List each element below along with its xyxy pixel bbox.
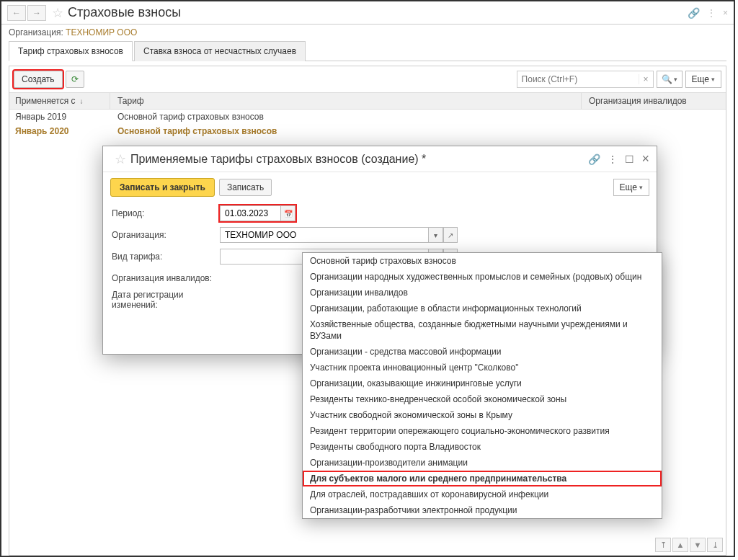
table-row[interactable]: Январь 2019 Основной тариф страховых взн… bbox=[9, 110, 726, 124]
cell-tariff: Основной тариф страховых взносов bbox=[110, 110, 582, 124]
cell-date: Январь 2020 bbox=[9, 124, 110, 138]
dropdown-item[interactable]: Резиденты свободного порта Владивосток bbox=[303, 439, 662, 455]
org-label: Организация: bbox=[9, 27, 63, 37]
col-tariff[interactable]: Тариф bbox=[110, 93, 582, 109]
dropdown-item[interactable]: Участник свободной экономической зоны в … bbox=[303, 407, 662, 423]
nav-forward-button[interactable]: → bbox=[27, 5, 46, 21]
grid-header: Применяется с ↓ Тариф Организация инвали… bbox=[9, 92, 726, 110]
scroll-up-icon[interactable]: ▲ bbox=[672, 538, 688, 552]
search-button[interactable]: 🔍▾ bbox=[657, 71, 683, 88]
period-input[interactable] bbox=[220, 205, 281, 221]
dropdown-item[interactable]: Основной тариф страховых взносов bbox=[303, 253, 662, 269]
reg-date-label: Дата регистрации изменений: bbox=[112, 290, 227, 310]
org-value[interactable]: ТЕХНОМИР ООО bbox=[66, 27, 137, 37]
dropdown-icon[interactable]: ▾ bbox=[429, 227, 443, 243]
org-label: Организация: bbox=[112, 230, 220, 240]
search-clear-icon[interactable]: × bbox=[639, 74, 653, 84]
toolbar: Создать ⟳ × 🔍▾ Еще▾ bbox=[9, 66, 726, 92]
refresh-icon: ⟳ bbox=[71, 74, 79, 84]
more-label: Еще bbox=[692, 74, 709, 84]
dropdown-item[interactable]: Организации, зарегистрированные на Курил… bbox=[303, 518, 662, 519]
link-icon[interactable]: 🔗 bbox=[588, 154, 600, 165]
dropdown-item[interactable]: Для субъектов малого или среднего предпр… bbox=[303, 471, 662, 486]
period-input-group: 📅 bbox=[220, 205, 295, 221]
chevron-down-icon: ▾ bbox=[711, 76, 715, 83]
table-row[interactable]: Январь 2020 Основной тариф страховых взн… bbox=[9, 124, 726, 138]
save-button[interactable]: Записать bbox=[219, 179, 272, 196]
cell-org-inv bbox=[582, 110, 726, 124]
org-row: Организация: ТЕХНОМИР ООО bbox=[1, 25, 734, 40]
kebab-icon[interactable]: ⋮ bbox=[707, 8, 716, 18]
dropdown-item[interactable]: Резидент территории опережающего социаль… bbox=[303, 423, 662, 439]
search-box[interactable]: × bbox=[517, 71, 654, 88]
tab-tariff[interactable]: Тариф страховых взносов bbox=[9, 41, 133, 61]
org-input[interactable] bbox=[220, 227, 429, 243]
dialog-header: ☆ Применяемые тарифы страховых взносов (… bbox=[103, 146, 657, 172]
dropdown-item[interactable]: Участник проекта инновационный центр "Ск… bbox=[303, 360, 662, 375]
dropdown-item[interactable]: Организации - средства массовой информац… bbox=[303, 344, 662, 360]
create-button[interactable]: Создать bbox=[14, 71, 63, 88]
cell-org-inv bbox=[582, 124, 726, 138]
chevron-down-icon: ▾ bbox=[674, 76, 677, 83]
create-dialog: ☆ Применяемые тарифы страховых взносов (… bbox=[102, 146, 657, 355]
dropdown-item[interactable]: Резиденты технико-внедренческой особой э… bbox=[303, 391, 662, 407]
favorite-star-icon[interactable]: ☆ bbox=[52, 5, 63, 21]
period-label: Период: bbox=[112, 208, 220, 218]
org-invalids-label: Организация инвалидов: bbox=[112, 273, 220, 283]
topbar: ← → ☆ Страховые взносы 🔗 ⋮ × bbox=[1, 1, 734, 25]
chevron-down-icon: ▾ bbox=[639, 184, 643, 191]
tab-accident-rate[interactable]: Ставка взноса от несчастных случаев bbox=[134, 41, 306, 61]
kebab-icon[interactable]: ⋮ bbox=[608, 154, 618, 165]
dialog-title: Применяемые тарифы страховых взносов (со… bbox=[130, 153, 426, 166]
dropdown-item[interactable]: Организации-производители анимации bbox=[303, 455, 662, 471]
maximize-icon[interactable]: ☐ bbox=[625, 154, 634, 165]
dropdown-item[interactable]: Организации, оказывающие инжиниринговые … bbox=[303, 375, 662, 391]
refresh-button[interactable]: ⟳ bbox=[66, 71, 84, 88]
close-page-icon[interactable]: × bbox=[723, 8, 728, 18]
page-title: Страховые взносы bbox=[68, 5, 181, 20]
more-button[interactable]: Еще▾ bbox=[685, 71, 721, 88]
dropdown-item[interactable]: Хозяйственные общества, созданные бюджет… bbox=[303, 316, 662, 344]
col-applied-from[interactable]: Применяется с ↓ bbox=[9, 93, 110, 109]
sort-down-icon: ↓ bbox=[80, 97, 84, 105]
org-input-group: ▾ ↗ bbox=[220, 227, 458, 243]
cell-date: Январь 2019 bbox=[9, 110, 110, 124]
favorite-star-icon[interactable]: ☆ bbox=[115, 151, 126, 167]
close-icon[interactable]: × bbox=[641, 151, 649, 166]
nav-back-button[interactable]: ← bbox=[7, 5, 26, 21]
save-and-close-button[interactable]: Записать и закрыть bbox=[110, 178, 215, 197]
magnifier-icon: 🔍 bbox=[662, 74, 672, 84]
col-org-invalids[interactable]: Организация инвалидов bbox=[582, 93, 726, 109]
dialog-toolbar: Записать и закрыть Записать Еще▾ bbox=[103, 172, 657, 203]
scroll-bottom-icon[interactable]: ⤓ bbox=[707, 538, 723, 552]
tabs: Тариф страховых взносов Ставка взноса от… bbox=[9, 40, 726, 61]
search-input[interactable] bbox=[517, 74, 639, 84]
link-icon[interactable]: 🔗 bbox=[688, 7, 700, 19]
tariff-kind-label: Вид тарифа: bbox=[112, 252, 220, 262]
dialog-more-button[interactable]: Еще▾ bbox=[613, 179, 649, 196]
calendar-icon[interactable]: 📅 bbox=[281, 205, 295, 221]
dropdown-item[interactable]: Организации, работающие в области информ… bbox=[303, 301, 662, 316]
scroll-down-icon[interactable]: ▼ bbox=[690, 538, 706, 552]
dropdown-item[interactable]: Для отраслей, пострадавших от коронавиру… bbox=[303, 486, 662, 502]
tariff-dropdown[interactable]: Основной тариф страховых взносовОрганиза… bbox=[302, 252, 662, 519]
dropdown-item[interactable]: Организации-разработчики электронной про… bbox=[303, 502, 662, 518]
col-label: Применяется с bbox=[15, 96, 76, 106]
dropdown-item[interactable]: Организации народных художественных пром… bbox=[303, 269, 662, 285]
more-label: Еще bbox=[620, 182, 637, 192]
dropdown-item[interactable]: Организации инвалидов bbox=[303, 285, 662, 301]
grid-footer-nav: ⤒ ▲ ▼ ⤓ bbox=[655, 538, 723, 552]
open-icon[interactable]: ↗ bbox=[443, 227, 458, 243]
scroll-top-icon[interactable]: ⤒ bbox=[655, 538, 671, 552]
cell-tariff: Основной тариф страховых взносов bbox=[110, 124, 582, 138]
